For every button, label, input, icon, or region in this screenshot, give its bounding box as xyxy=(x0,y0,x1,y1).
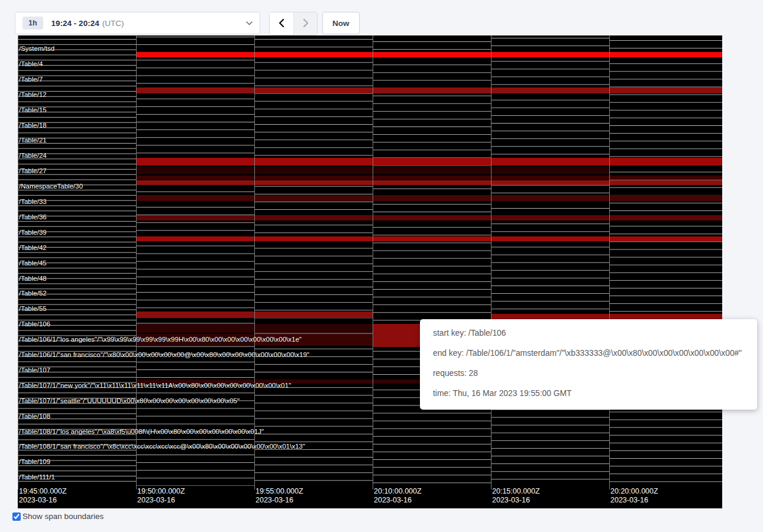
time-grid-line xyxy=(373,35,373,489)
heatmap-band xyxy=(136,52,722,57)
row-label: /Table/108 xyxy=(19,413,50,420)
row-label: /Table/106/1/"san francisco"/"\x80\x00\x… xyxy=(19,351,309,359)
row-label: /Table/27 xyxy=(19,167,47,175)
axis-tick-label: 19:50:00.000Z2023-03-16 xyxy=(137,487,185,505)
tooltip-requests: requests: 28 xyxy=(433,369,757,378)
show-span-boundaries-label: Show span boundaries xyxy=(22,512,104,521)
row-label: /Table/106/1/"los angeles"/"\x99\x99\x99… xyxy=(19,336,302,343)
tooltip-start-key: start key: /Table/106 xyxy=(433,329,757,338)
row-label: /Table/52 xyxy=(19,290,47,297)
time-nav-buttons xyxy=(269,12,318,35)
time-prev-button[interactable] xyxy=(270,12,293,35)
row-label: /System/tsd xyxy=(19,45,54,53)
row-label: /Table/106 xyxy=(19,320,50,328)
row-label: /Table/12 xyxy=(19,91,47,99)
time-next-button[interactable] xyxy=(293,12,317,35)
axis-tick-label: 20:20:00.000Z2023-03-16 xyxy=(610,487,658,505)
row-label: /Table/24 xyxy=(19,152,47,160)
time-grid-line xyxy=(254,35,255,489)
show-span-boundaries-checkbox[interactable] xyxy=(12,512,21,521)
row-label: /Table/111/1 xyxy=(19,473,55,481)
row-label: /Table/107/1/"seattle"/"UUUUUUD\x00\x80\… xyxy=(19,397,240,405)
show-span-boundaries[interactable]: Show span boundaries xyxy=(12,512,104,521)
row-label: /Table/107/1/"new york"/"\x11\x11\x11\x1… xyxy=(19,382,291,390)
heatmap-band xyxy=(136,158,722,166)
time-range-label: 19:24 - 20:24 xyxy=(51,19,99,28)
row-label: /Table/36 xyxy=(19,213,47,221)
row-label: /Table/7 xyxy=(19,76,43,83)
span-boundary-column xyxy=(491,35,609,486)
row-label: /Table/108/1/"san francisco"/"\x8c\xcc\x… xyxy=(19,443,305,450)
chevron-down-icon xyxy=(246,21,253,25)
row-label: /Table/48 xyxy=(19,275,47,283)
heatmap-band xyxy=(136,87,722,93)
span-boundary-column xyxy=(254,35,373,486)
time-range-timezone: (UTC) xyxy=(102,19,124,28)
row-label: /Table/45 xyxy=(19,259,47,267)
time-range-selector[interactable]: 1h 19:24 - 20:24 (UTC) xyxy=(15,12,260,34)
heatmap-band xyxy=(136,195,722,201)
heatmap-band xyxy=(136,215,722,220)
time-grid-line xyxy=(136,35,137,489)
row-label: /Table/42 xyxy=(19,244,47,252)
span-boundary-column xyxy=(136,35,254,486)
row-label: /Table/107 xyxy=(19,366,50,374)
row-label: /NamespaceTable/30 xyxy=(19,183,83,190)
heatmap-band xyxy=(136,180,722,185)
time-grid-line xyxy=(609,35,610,489)
row-label: /Table/109 xyxy=(19,458,50,466)
tooltip-end-key: end key: /Table/106/1/"amsterdam"/"\xb33… xyxy=(433,349,757,358)
span-boundary-column xyxy=(373,35,491,486)
axis-tick-label: 20:15:00.000Z2023-03-16 xyxy=(492,487,540,505)
row-label: /Table/39 xyxy=(19,229,47,236)
chevron-right-icon xyxy=(302,18,309,30)
span-tooltip: start key: /Table/106 end key: /Table/10… xyxy=(420,319,757,410)
row-label: /Table/108/1/"los angeles"/"\xa8\xf5\u00… xyxy=(19,428,264,436)
chevron-left-icon xyxy=(278,18,285,30)
axis-tick-label: 19:45:00.000Z2023-03-16 xyxy=(19,487,67,505)
row-label: /Table/33 xyxy=(19,198,47,206)
time-grid-line xyxy=(18,35,18,489)
axis-tick-label: 19:55:00.000Z2023-03-16 xyxy=(256,487,303,505)
row-label: /Table/4 xyxy=(19,60,43,68)
time-grid-line xyxy=(491,35,492,489)
tooltip-time: time: Thu, 16 Mar 2023 19:55:00 GMT xyxy=(433,389,757,398)
time-range-duration-badge: 1h xyxy=(22,17,43,30)
row-label: /Table/18 xyxy=(19,122,47,129)
key-visualizer-canvas[interactable]: /System/tsd/Table/4/Table/7/Table/12/Tab… xyxy=(18,35,722,508)
heatmap-band xyxy=(136,176,722,180)
row-label: /Table/55 xyxy=(19,305,47,313)
row-label: /Table/15 xyxy=(19,106,47,114)
heatmap-band xyxy=(136,236,722,241)
span-boundary-column xyxy=(609,35,722,486)
now-button[interactable]: Now xyxy=(322,12,360,34)
row-label: /Table/21 xyxy=(19,137,47,144)
axis-tick-label: 20:10:00.000Z2023-03-16 xyxy=(374,487,422,505)
heatmap-band xyxy=(373,324,420,347)
